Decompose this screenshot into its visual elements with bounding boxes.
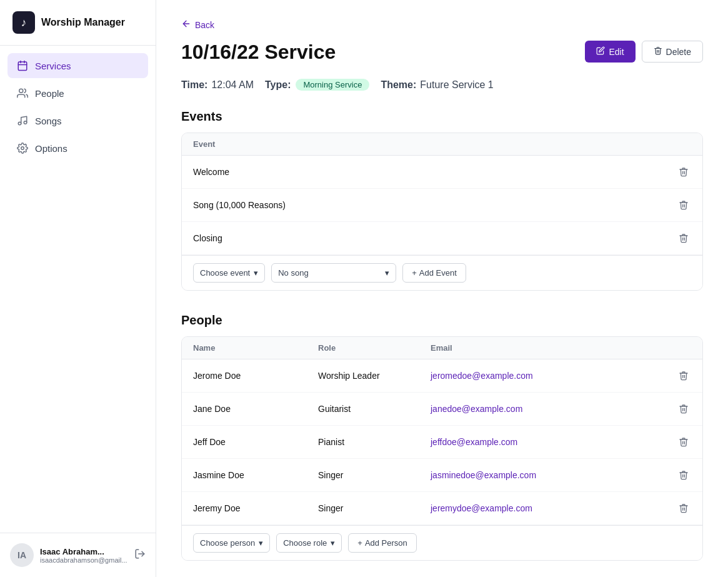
calendar-icon [16, 59, 29, 72]
person-name: Jeff Doe [193, 437, 318, 447]
delete-event-button[interactable] [676, 231, 691, 246]
delete-event-button[interactable] [676, 164, 691, 179]
table-row: Jasmine Doe Singer jasminedoe@example.co… [182, 459, 702, 492]
no-song-select[interactable]: No song ▾ [271, 263, 396, 283]
person-role: Singer [318, 503, 431, 513]
main-content: Back 10/16/22 Service Edit [156, 0, 728, 577]
delete-person-button[interactable] [676, 468, 691, 483]
table-row: Song (10,000 Reasons) [182, 189, 702, 222]
delete-person-button[interactable] [676, 501, 691, 516]
person-role: Guitarist [318, 404, 431, 414]
table-row: Jeff Doe Pianist jeffdoe@example.com [182, 426, 702, 459]
email-link[interactable]: jeromedoe@example.com [431, 371, 533, 381]
edit-button[interactable]: Edit [585, 41, 635, 63]
meta-row: Time: 12:04 AM Type: Morning Service The… [181, 79, 703, 91]
people-section-title: People [181, 313, 703, 328]
col-header-role: Role [318, 343, 431, 353]
avatar: IA [10, 543, 34, 567]
choose-role-select[interactable]: Choose role ▾ [276, 533, 342, 553]
person-name: Jasmine Doe [193, 470, 318, 480]
sidebar-item-songs[interactable]: Songs [7, 108, 148, 133]
page-title: 10/16/22 Service [181, 41, 336, 64]
sidebar-item-people[interactable]: People [7, 81, 148, 106]
choose-role-label: Choose role [283, 538, 327, 548]
email-link[interactable]: jasminedoe@example.com [431, 470, 536, 480]
songs-icon [16, 114, 29, 127]
choose-person-label: Choose person [200, 538, 255, 548]
event-name: Closing [193, 233, 676, 243]
table-row: Jerome Doe Worship Leader jeromedoe@exam… [182, 359, 702, 393]
delete-person-button[interactable] [676, 368, 691, 383]
sidebar-item-label: Songs [35, 116, 62, 126]
chevron-down-icon: ▾ [385, 268, 389, 278]
back-link[interactable]: Back [181, 19, 214, 31]
pencil-icon [596, 46, 605, 57]
sidebar-header: ♪ Worship Manager [0, 0, 156, 46]
email-link[interactable]: janedoe@example.com [431, 404, 522, 414]
col-header-name: Name [193, 343, 318, 353]
people-card: Name Role Email Jerome Doe Worship Leade… [181, 336, 703, 561]
svg-point-6 [24, 121, 27, 124]
person-email: jasminedoe@example.com [431, 470, 676, 480]
person-name: Jane Doe [193, 404, 318, 414]
event-name: Song (10,000 Reasons) [193, 200, 676, 210]
sidebar: ♪ Worship Manager Services [0, 0, 156, 577]
sidebar-footer: IA Isaac Abraham... isaacdabrahamson@gma… [0, 533, 156, 577]
type-badge: Morning Service [296, 79, 369, 91]
email-link[interactable]: jeremydoe@example.com [431, 503, 532, 513]
footer-email: isaacdabrahamson@gmail... [40, 556, 128, 564]
chevron-down-icon: ▾ [331, 538, 335, 548]
plus-icon: + [412, 268, 417, 278]
add-person-label: Add Person [365, 538, 407, 548]
events-card: Event Welcome Song (10,000 Reasons) [181, 133, 703, 291]
choose-person-select[interactable]: Choose person ▾ [193, 533, 270, 553]
svg-point-5 [18, 122, 21, 125]
events-section-title: Events [181, 109, 703, 124]
type-label: Type: [265, 79, 291, 91]
choose-event-label: Choose event [200, 268, 250, 278]
person-name: Jeremy Doe [193, 503, 318, 513]
footer-name: Isaac Abraham... [40, 547, 128, 556]
delete-button[interactable]: Delete [642, 41, 703, 63]
event-name: Welcome [193, 167, 676, 177]
time-label: Time: [181, 79, 207, 91]
theme-value: Future Service 1 [420, 79, 493, 91]
person-email: janedoe@example.com [431, 404, 676, 414]
svg-rect-0 [18, 62, 27, 71]
person-role: Pianist [318, 437, 431, 447]
events-table-header: Event [182, 133, 702, 156]
delete-person-button[interactable] [676, 434, 691, 449]
no-song-label: No song [278, 268, 308, 278]
app-icon: ♪ [12, 11, 35, 34]
person-email: jeromedoe@example.com [431, 371, 676, 381]
person-email: jeremydoe@example.com [431, 503, 676, 513]
table-row: Jane Doe Guitarist janedoe@example.com [182, 393, 702, 426]
sidebar-item-services[interactable]: Services [7, 53, 148, 78]
add-event-label: Add Event [419, 268, 457, 278]
back-arrow-icon [181, 19, 191, 31]
sidebar-item-label: Services [35, 61, 71, 71]
delete-event-button[interactable] [676, 198, 691, 213]
svg-point-4 [19, 89, 23, 93]
col-header-email: Email [431, 343, 691, 353]
people-icon [16, 87, 29, 99]
add-event-button[interactable]: + Add Event [402, 263, 466, 283]
delete-person-button[interactable] [676, 401, 691, 416]
logout-icon[interactable] [134, 548, 146, 563]
sidebar-item-label: Options [35, 143, 67, 154]
svg-point-7 [21, 147, 24, 150]
person-role: Singer [318, 470, 431, 480]
chevron-down-icon: ▾ [254, 268, 258, 278]
edit-label: Edit [609, 47, 624, 57]
app-title: Worship Manager [41, 17, 125, 28]
events-card-footer: Choose event ▾ No song ▾ + Add Event [182, 255, 702, 290]
table-row: Jeremy Doe Singer jeremydoe@example.com [182, 492, 702, 525]
person-email: jeffdoe@example.com [431, 437, 676, 447]
add-person-button[interactable]: + Add Person [348, 533, 417, 553]
people-card-footer: Choose person ▾ Choose role ▾ + Add Pers… [182, 525, 702, 560]
time-value: 12:04 AM [211, 79, 254, 91]
person-name: Jerome Doe [193, 371, 318, 381]
email-link[interactable]: jeffdoe@example.com [431, 437, 517, 447]
sidebar-item-options[interactable]: Options [7, 136, 148, 161]
choose-event-select[interactable]: Choose event ▾ [193, 263, 265, 283]
